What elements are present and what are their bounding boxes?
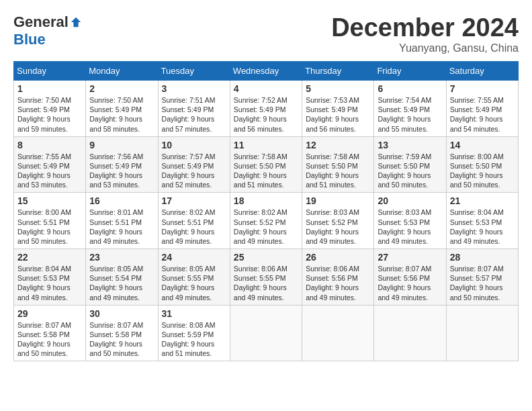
calendar-cell: 20 Sunrise: 8:03 AMSunset: 5:53 PMDaylig… (374, 193, 446, 249)
day-number: 24 (162, 252, 226, 263)
weekday-header-monday: Monday (86, 62, 158, 81)
calendar-cell: 22 Sunrise: 8:04 AMSunset: 5:53 PMDaylig… (14, 249, 86, 306)
day-info: Sunrise: 8:05 AMSunset: 5:55 PMDaylight:… (162, 265, 216, 302)
day-info: Sunrise: 7:52 AMSunset: 5:49 PMDaylight:… (234, 96, 287, 133)
calendar-cell: 8 Sunrise: 7:55 AMSunset: 5:49 PMDayligh… (14, 136, 86, 193)
calendar-cell (230, 305, 302, 361)
day-number: 16 (89, 195, 154, 206)
day-number: 7 (450, 83, 515, 94)
day-info: Sunrise: 7:59 AMSunset: 5:50 PMDaylight:… (378, 152, 431, 189)
day-number: 25 (234, 252, 298, 263)
day-info: Sunrise: 8:02 AMSunset: 5:51 PMDaylight:… (162, 208, 216, 245)
day-number: 18 (234, 195, 298, 206)
svg-marker-0 (71, 17, 81, 27)
day-info: Sunrise: 7:58 AMSunset: 5:50 PMDaylight:… (234, 152, 287, 189)
calendar-cell: 18 Sunrise: 8:02 AMSunset: 5:52 PMDaylig… (230, 193, 302, 249)
day-info: Sunrise: 7:50 AMSunset: 5:49 PMDaylight:… (17, 96, 71, 133)
weekday-header-wednesday: Wednesday (230, 62, 302, 81)
day-number: 5 (306, 83, 370, 94)
title-section: December 2024 Yuanyang, Gansu, China (331, 13, 519, 54)
day-info: Sunrise: 7:55 AMSunset: 5:49 PMDaylight:… (450, 96, 504, 133)
calendar-cell (446, 305, 518, 361)
calendar-cell: 31 Sunrise: 8:08 AMSunset: 5:59 PMDaylig… (158, 305, 230, 361)
weekday-header-sunday: Sunday (14, 62, 86, 81)
calendar-cell: 6 Sunrise: 7:54 AMSunset: 5:49 PMDayligh… (374, 81, 446, 137)
day-info: Sunrise: 8:01 AMSunset: 5:51 PMDaylight:… (89, 208, 143, 245)
weekday-header-tuesday: Tuesday (158, 62, 230, 81)
calendar-cell: 29 Sunrise: 8:07 AMSunset: 5:58 PMDaylig… (14, 305, 86, 361)
weekday-header-saturday: Saturday (446, 62, 518, 81)
day-info: Sunrise: 8:04 AMSunset: 5:53 PMDaylight:… (17, 265, 71, 302)
logo: General Blue (13, 13, 82, 48)
day-info: Sunrise: 7:55 AMSunset: 5:49 PMDaylight:… (17, 152, 71, 189)
day-info: Sunrise: 7:54 AMSunset: 5:49 PMDaylight:… (378, 96, 431, 133)
week-row-3: 15 Sunrise: 8:00 AMSunset: 5:51 PMDaylig… (14, 193, 519, 249)
calendar-cell: 28 Sunrise: 8:07 AMSunset: 5:57 PMDaylig… (446, 249, 518, 306)
calendar-cell: 16 Sunrise: 8:01 AMSunset: 5:51 PMDaylig… (86, 193, 158, 249)
day-number: 13 (378, 140, 442, 150)
page-header: General Blue December 2024 Yuanyang, Gan… (13, 13, 519, 54)
calendar-cell: 12 Sunrise: 7:58 AMSunset: 5:50 PMDaylig… (302, 136, 374, 193)
calendar-cell: 4 Sunrise: 7:52 AMSunset: 5:49 PMDayligh… (230, 81, 302, 137)
day-number: 20 (378, 195, 442, 206)
calendar-cell (302, 305, 374, 361)
day-info: Sunrise: 8:00 AMSunset: 5:50 PMDaylight:… (450, 152, 504, 189)
day-number: 8 (17, 140, 82, 150)
day-info: Sunrise: 7:57 AMSunset: 5:49 PMDaylight:… (162, 152, 216, 189)
day-number: 3 (162, 83, 226, 94)
day-number: 22 (17, 252, 82, 263)
logo-blue-text: Blue (13, 31, 46, 48)
day-info: Sunrise: 8:02 AMSunset: 5:52 PMDaylight:… (234, 208, 287, 245)
day-info: Sunrise: 7:51 AMSunset: 5:49 PMDaylight:… (162, 96, 216, 133)
day-number: 29 (17, 308, 82, 319)
week-row-5: 29 Sunrise: 8:07 AMSunset: 5:58 PMDaylig… (14, 305, 519, 361)
calendar-cell: 1 Sunrise: 7:50 AMSunset: 5:49 PMDayligh… (14, 81, 86, 137)
calendar-cell: 7 Sunrise: 7:55 AMSunset: 5:49 PMDayligh… (446, 81, 518, 137)
day-number: 21 (450, 195, 515, 206)
day-number: 15 (17, 195, 82, 206)
calendar-cell: 2 Sunrise: 7:50 AMSunset: 5:49 PMDayligh… (86, 81, 158, 137)
day-number: 1 (17, 83, 82, 94)
calendar-cell: 5 Sunrise: 7:53 AMSunset: 5:49 PMDayligh… (302, 81, 374, 137)
week-row-2: 8 Sunrise: 7:55 AMSunset: 5:49 PMDayligh… (14, 136, 519, 193)
day-info: Sunrise: 8:07 AMSunset: 5:57 PMDaylight:… (450, 265, 504, 302)
week-row-1: 1 Sunrise: 7:50 AMSunset: 5:49 PMDayligh… (14, 81, 519, 137)
weekday-header-friday: Friday (374, 62, 446, 81)
location-text: Yuanyang, Gansu, China (331, 42, 519, 54)
calendar-cell: 21 Sunrise: 8:04 AMSunset: 5:53 PMDaylig… (446, 193, 518, 249)
day-info: Sunrise: 8:07 AMSunset: 5:58 PMDaylight:… (89, 321, 143, 358)
day-number: 2 (89, 83, 154, 94)
calendar-cell: 3 Sunrise: 7:51 AMSunset: 5:49 PMDayligh… (158, 81, 230, 137)
calendar-cell: 15 Sunrise: 8:00 AMSunset: 5:51 PMDaylig… (14, 193, 86, 249)
calendar-cell: 10 Sunrise: 7:57 AMSunset: 5:49 PMDaylig… (158, 136, 230, 193)
day-info: Sunrise: 8:07 AMSunset: 5:56 PMDaylight:… (378, 265, 431, 302)
day-number: 31 (162, 308, 226, 319)
day-info: Sunrise: 7:53 AMSunset: 5:49 PMDaylight:… (306, 96, 359, 133)
calendar-cell: 23 Sunrise: 8:05 AMSunset: 5:54 PMDaylig… (86, 249, 158, 306)
day-number: 4 (234, 83, 298, 94)
day-number: 9 (89, 140, 154, 150)
calendar-cell: 14 Sunrise: 8:00 AMSunset: 5:50 PMDaylig… (446, 136, 518, 193)
day-info: Sunrise: 8:03 AMSunset: 5:52 PMDaylight:… (306, 208, 359, 245)
logo-icon (70, 16, 82, 28)
day-number: 14 (450, 140, 515, 150)
day-info: Sunrise: 7:50 AMSunset: 5:49 PMDaylight:… (89, 96, 143, 133)
day-info: Sunrise: 8:05 AMSunset: 5:54 PMDaylight:… (89, 265, 143, 302)
day-number: 12 (306, 140, 370, 150)
day-number: 28 (450, 252, 515, 263)
calendar-cell: 9 Sunrise: 7:56 AMSunset: 5:49 PMDayligh… (86, 136, 158, 193)
day-info: Sunrise: 8:06 AMSunset: 5:56 PMDaylight:… (306, 265, 359, 302)
day-number: 6 (378, 83, 442, 94)
calendar-cell: 24 Sunrise: 8:05 AMSunset: 5:55 PMDaylig… (158, 249, 230, 306)
day-number: 30 (89, 308, 154, 319)
day-info: Sunrise: 8:04 AMSunset: 5:53 PMDaylight:… (450, 208, 504, 245)
weekday-header-row: SundayMondayTuesdayWednesdayThursdayFrid… (14, 62, 519, 81)
day-info: Sunrise: 8:03 AMSunset: 5:53 PMDaylight:… (378, 208, 431, 245)
calendar-cell (374, 305, 446, 361)
calendar-cell: 19 Sunrise: 8:03 AMSunset: 5:52 PMDaylig… (302, 193, 374, 249)
week-row-4: 22 Sunrise: 8:04 AMSunset: 5:53 PMDaylig… (14, 249, 519, 306)
month-title: December 2024 (331, 13, 519, 42)
weekday-header-thursday: Thursday (302, 62, 374, 81)
day-number: 27 (378, 252, 442, 263)
day-info: Sunrise: 8:08 AMSunset: 5:59 PMDaylight:… (162, 321, 216, 358)
